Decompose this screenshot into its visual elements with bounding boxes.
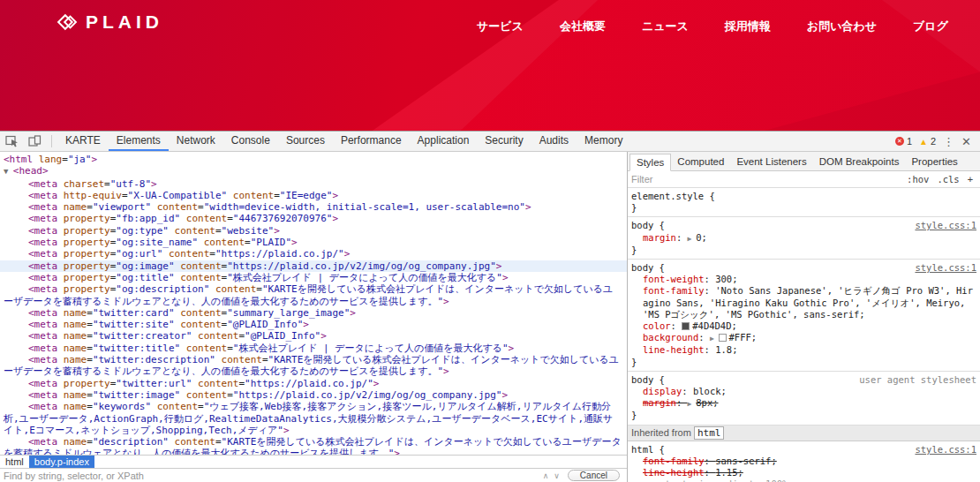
css-selector[interactable]: html {	[631, 444, 665, 456]
elements-pane: <html lang="ja">▼ <head><meta charset="u…	[0, 152, 627, 482]
dom-tree-node[interactable]: <meta property="og:site_name" content="P…	[0, 237, 627, 248]
inspect-element-icon[interactable]	[0, 132, 23, 151]
dom-tree-node[interactable]: <meta charset="utf-8">	[0, 178, 627, 190]
plaid-logo-icon	[57, 11, 78, 33]
devtools-tab-memory[interactable]: Memory	[577, 132, 630, 151]
stylesheet-link[interactable]: style.css:1	[908, 444, 976, 456]
css-rule: element.style {}	[628, 188, 980, 217]
style-toggle[interactable]: +	[968, 174, 973, 185]
warning-count: 2	[931, 136, 936, 147]
dom-tree-node[interactable]: <meta property="fb:app_id" content="4467…	[0, 213, 627, 224]
close-devtools-icon[interactable]: ✕	[961, 135, 971, 148]
nav-item[interactable]: ブログ	[913, 19, 948, 34]
css-property[interactable]: margin: ▶ 8px;	[631, 397, 976, 410]
find-previous-icon[interactable]: ∧	[540, 471, 552, 480]
css-selector[interactable]: body {	[631, 220, 665, 231]
styles-tab-computed[interactable]: Computed	[671, 152, 730, 170]
dom-tree-node[interactable]: <meta property="og:image" content="https…	[0, 260, 627, 272]
styles-tab-event-listeners[interactable]: Event Listeners	[730, 152, 812, 170]
color-swatch[interactable]	[719, 334, 727, 342]
error-badge[interactable]: ✕ 1	[895, 136, 912, 147]
devtools-main: <html lang="ja">▼ <head><meta charset="u…	[0, 152, 980, 482]
dom-tree: <html lang="ja">▼ <head><meta charset="u…	[0, 152, 627, 455]
dom-tree-node[interactable]: <meta name="twitter:card" content="summa…	[0, 307, 627, 319]
css-selector[interactable]: element.style {	[631, 191, 715, 202]
more-options-icon[interactable]: ⋮	[943, 135, 954, 148]
styles-tab-dom-breakpoints[interactable]: DOM Breakpoints	[813, 152, 906, 170]
css-selector[interactable]: body {	[631, 374, 665, 386]
css-property[interactable]: font-weight: 300;	[631, 274, 976, 285]
dom-tree-node[interactable]: <meta name="twitter:title" content="株式会社…	[0, 343, 627, 354]
devtools-tab-performance[interactable]: Performance	[333, 132, 410, 151]
breadcrumb: htmlbody.p-index	[0, 455, 627, 468]
css-property[interactable]: font-family: sans-serif;	[631, 456, 976, 467]
devtools-tab-elements[interactable]: Elements	[109, 132, 169, 151]
dom-tree-node[interactable]: <meta property="og:description" content=…	[0, 283, 627, 307]
devtools-panel: KARTEElementsNetworkConsoleSourcesPerfor…	[0, 131, 980, 482]
nav-item[interactable]: サービス	[477, 19, 524, 34]
nav-item[interactable]: お問い合わせ	[807, 19, 877, 34]
toolbar-right: ✕ 1 ▲ 2 ⋮ ✕	[895, 135, 980, 148]
devtools-tab-sources[interactable]: Sources	[278, 132, 333, 151]
find-next-icon[interactable]: ∨	[551, 471, 562, 480]
breadcrumb-item[interactable]: body.p-index	[29, 456, 94, 468]
devtools-tab-console[interactable]: Console	[223, 132, 278, 151]
stylesheet-link[interactable]: style.css:1	[908, 262, 976, 274]
css-property[interactable]: font-family: 'Noto Sans Japanese', 'ヒラギノ…	[631, 285, 976, 320]
color-swatch[interactable]	[682, 322, 690, 330]
dom-tree-node[interactable]: <meta name="twitter:site" content="@PLAI…	[0, 319, 627, 330]
dom-tree-node[interactable]: ▼ <head>	[0, 165, 627, 177]
stylesheet-link[interactable]: style.css:1	[908, 220, 976, 231]
devtools-tabs: KARTEElementsNetworkConsoleSourcesPerfor…	[57, 132, 630, 151]
stylesheet-link: user agent stylesheet	[852, 374, 976, 386]
nav-item[interactable]: 会社概要	[560, 19, 606, 34]
breadcrumb-item[interactable]: html	[0, 456, 29, 468]
find-input[interactable]	[0, 470, 540, 482]
css-property[interactable]: color: #4D4D4D;	[631, 320, 976, 332]
css-property[interactable]: display: block;	[631, 386, 976, 397]
dom-tree-node[interactable]: <meta property="og:type" content="websit…	[0, 225, 627, 237]
devtools-tab-network[interactable]: Network	[169, 132, 223, 151]
warning-badge[interactable]: ▲ 2	[919, 136, 936, 147]
cancel-button[interactable]: Cancel	[568, 470, 620, 481]
styles-filter-input[interactable]	[631, 174, 907, 185]
devtools-tab-application[interactable]: Application	[410, 132, 478, 151]
style-toggles: :hov.cls+	[907, 174, 976, 185]
find-bar: ∧ ∨ Cancel	[0, 468, 627, 482]
dom-tree-node[interactable]: <meta name="viewport" content="width=dev…	[0, 201, 627, 213]
nav-item[interactable]: ニュース	[642, 19, 689, 34]
plaid-logo[interactable]: PLAID	[57, 11, 163, 33]
dom-tree-node[interactable]: <meta property="og:url" content="https:/…	[0, 248, 627, 260]
style-toggle[interactable]: :hov	[907, 174, 929, 185]
styles-rules: element.style {}body {style.css:1margin:…	[628, 188, 980, 482]
style-toggle[interactable]: .cls	[937, 174, 959, 185]
dom-tree-node[interactable]: <meta http-equiv="X-UA-Compatible" conte…	[0, 190, 627, 201]
dom-tree-node[interactable]: <meta name="keywords" content="ウェブ接客,Web…	[0, 401, 627, 436]
devtools-tab-audits[interactable]: Audits	[531, 132, 577, 151]
css-selector[interactable]: body {	[631, 262, 665, 274]
devtools-tab-karte[interactable]: KARTE	[57, 132, 109, 151]
dom-tree-node[interactable]: <meta name="description" content="KARTEを…	[0, 436, 627, 455]
error-count: 1	[907, 136, 912, 147]
nav-item[interactable]: 採用情報	[725, 19, 771, 34]
css-property[interactable]: line-height: 1.15;	[631, 467, 976, 478]
dom-tree-node[interactable]: <meta name="twitter:image" content="http…	[0, 389, 627, 401]
device-toolbar-icon[interactable]	[23, 132, 46, 151]
css-property[interactable]: -ms-text-size-adjust: 100%;	[631, 478, 976, 482]
toolbar-separator	[51, 135, 52, 147]
dom-tree-node[interactable]: <meta name="twitter:description" content…	[0, 354, 627, 378]
css-property[interactable]: background: ▶ #FFF;	[631, 332, 976, 344]
dom-tree-node[interactable]: <meta property="twitter:url" content="ht…	[0, 378, 627, 389]
css-property[interactable]: margin: ▶ 0;	[631, 232, 976, 245]
styles-tab-properties[interactable]: Properties	[905, 152, 963, 170]
styles-sidebar-tabs: StylesComputedEvent ListenersDOM Breakpo…	[628, 152, 980, 171]
inherited-from-link[interactable]: html	[694, 426, 725, 440]
site-header: PLAID サービス会社概要ニュース採用情報お問い合わせブログ	[0, 0, 980, 131]
css-property[interactable]: line-height: 1.8;	[631, 344, 976, 356]
styles-filter-row: :hov.cls+	[628, 171, 980, 188]
devtools-tab-security[interactable]: Security	[477, 132, 531, 151]
styles-tab-styles[interactable]: Styles	[629, 154, 671, 171]
dom-tree-node[interactable]: <meta property="og:title" content="株式会社プ…	[0, 272, 627, 283]
dom-tree-node[interactable]: <meta name="twitter:creator" content="@P…	[0, 330, 627, 342]
dom-tree-node[interactable]: <html lang="ja">	[0, 154, 627, 165]
